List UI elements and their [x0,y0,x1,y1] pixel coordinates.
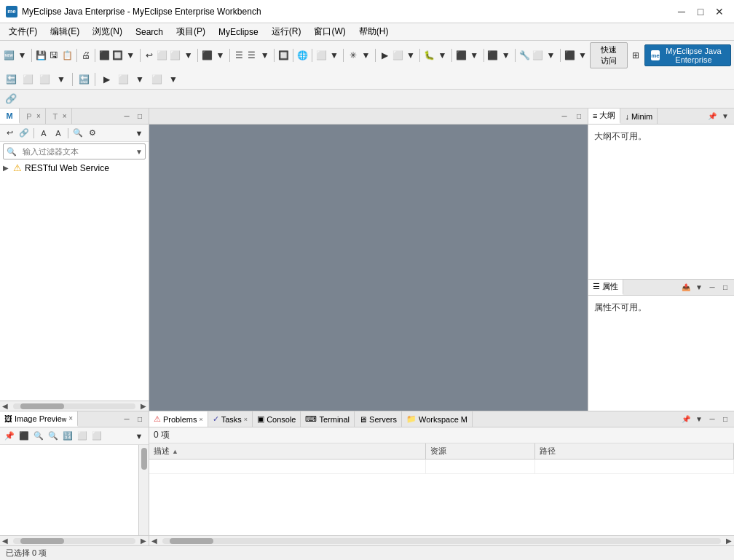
tab-p[interactable]: P × [20,109,46,124]
tb-btn11[interactable]: ⬛ [201,47,213,63]
tb-print-button[interactable]: 🖨 [79,47,92,63]
problems-minimize[interactable]: ─ [706,414,718,425]
outline-pin[interactable]: 📌 [706,111,718,122]
tab-outline[interactable]: ≡ 大纲 [588,109,620,124]
ip-tb-btn5[interactable]: 🔢 [61,430,74,443]
outline-dropdown[interactable]: ▼ [719,111,731,122]
menu-edit[interactable]: 编辑(E) [44,24,85,40]
perspectives-button[interactable]: ⊞ [631,47,642,63]
tb-btn5[interactable]: 🔲 [111,47,124,63]
menu-run[interactable]: 运行(R) [266,24,307,40]
ptb-btn2[interactable]: 🔗 [17,127,31,140]
tb-btn26[interactable]: 🔧 [518,47,531,63]
filter-dropdown[interactable]: ▼ [133,144,145,159]
tb2-btn8[interactable]: ▼ [132,71,148,87]
tb-run2-button[interactable]: ⬜ [392,47,404,63]
tb-btn30[interactable]: ▼ [577,47,589,63]
tb-dropdown-button[interactable]: ▼ [16,47,28,63]
tab-m[interactable]: M [0,109,20,124]
tb2-btn9[interactable]: ⬜ [149,71,165,87]
tb-btn12[interactable]: ▼ [214,47,226,63]
left-panel-minimize[interactable]: ─ [121,111,133,122]
tb-debug-button[interactable]: 🐛 [423,47,435,63]
tb-btn7[interactable]: ↩ [143,47,156,63]
ip-hscroll-right[interactable]: ▶ [138,536,149,546]
tab-workspace[interactable]: 📁 Workspace M [402,411,473,427]
tb-btn22[interactable]: ⬛ [455,47,467,63]
problems-hscroll-left[interactable]: ◀ [149,536,159,546]
tb-btn16[interactable]: 🔲 [277,47,290,63]
tab-properties[interactable]: ☰ 属性 [588,280,623,295]
filter-input[interactable] [20,147,133,156]
menu-project[interactable]: 项目(P) [170,24,211,40]
tab-tasks[interactable]: ✓ Tasks × [208,411,253,427]
problems-maximize[interactable]: □ [719,414,731,425]
editor-maximize[interactable]: □ [573,111,585,122]
col-description-sort[interactable]: ▲ [172,448,178,455]
ptb-dropdown[interactable]: ▼ [133,127,146,140]
tb-btn23[interactable]: ▼ [468,47,481,63]
tb-btn8[interactable]: ⬜ [156,47,168,63]
tb-new-button[interactable]: 🆕 [3,47,15,63]
tab-terminal[interactable]: ⌨ Terminal [301,411,355,427]
hscroll-right[interactable]: ▶ [138,401,149,411]
ip-hscroll-left[interactable]: ◀ [0,536,10,546]
tb-debug2-button[interactable]: ▼ [436,47,449,63]
shortcut-icon-1[interactable]: 🔗 [4,92,17,106]
ptb-btn6[interactable]: ⚙ [86,127,99,140]
quick-access-button[interactable]: 快速访问 [590,42,628,68]
tb-btn27[interactable]: ⬜ [532,47,544,63]
properties-export[interactable]: 📤 [680,282,692,293]
tb-btn10[interactable]: ▼ [182,47,194,63]
menu-window[interactable]: 窗口(W) [308,24,351,40]
ip-minimize[interactable]: ─ [121,414,133,425]
close-button[interactable]: ✕ [711,3,728,20]
tb2-btn1[interactable]: 🔙 [3,71,19,87]
tb-saveas-button[interactable]: 📋 [61,47,74,63]
tab-t-close[interactable]: × [63,112,67,120]
tb2-btn2[interactable]: ⬜ [20,71,36,87]
tb2-btn6[interactable]: ▶ [98,71,114,87]
tasks-close[interactable]: × [244,416,248,423]
tb-btn28[interactable]: ▼ [545,47,557,63]
tb-btn15[interactable]: ▼ [259,47,271,63]
current-perspective-button[interactable]: me MyEclipse Java Enterprise [644,44,731,66]
hscroll-left[interactable]: ◀ [0,401,10,411]
problems-close[interactable]: × [199,416,202,423]
ip-tb-btn6[interactable]: ⬜ [76,430,89,443]
ip-tb-btn1[interactable]: 📌 [3,430,16,443]
tb-save2-button[interactable]: 🖫 [48,47,60,63]
ptb-btn4[interactable]: A [52,127,65,140]
ptb-btn1[interactable]: ↩ [3,127,16,140]
menu-myeclipse[interactable]: MyEclipse [213,24,264,40]
tab-t[interactable]: T × [46,109,72,124]
tab-servers[interactable]: 🖥 Servers [355,411,402,427]
tb-btn19[interactable]: ▼ [328,47,341,63]
menu-browse[interactable]: 浏览(N) [87,24,128,40]
properties-minimize[interactable]: ─ [706,282,718,293]
tree-item-restful[interactable]: ▶ ⚠ RESTful Web Service [0,161,149,175]
menu-file[interactable]: 文件(F) [3,24,43,40]
ip-tb-btn4[interactable]: 🔍 [47,430,60,443]
ip-tb-btn2[interactable]: ⬛ [17,430,31,443]
problems-dropdown[interactable]: ▼ [693,414,705,425]
tb2-btn3[interactable]: ⬜ [36,71,52,87]
tb-btn18[interactable]: ⬜ [315,47,328,63]
tab-minim[interactable]: ↓ Minim [620,109,658,124]
tb-btn24[interactable]: ⬛ [486,47,499,63]
tb-btn17[interactable]: 🌐 [296,47,309,63]
tb-btn29[interactable]: ⬛ [564,47,576,63]
tb-run3-button[interactable]: ▼ [405,47,417,63]
ip-tb-btn3[interactable]: 🔍 [32,430,45,443]
tb2-btn7[interactable]: ⬜ [115,71,131,87]
left-panel-maximize[interactable]: □ [134,111,146,122]
editor-minimize[interactable]: ─ [559,111,570,122]
tb-save-button[interactable]: 💾 [35,47,47,63]
properties-maximize[interactable]: □ [719,282,731,293]
tb-btn6[interactable]: ▼ [125,47,137,63]
tab-problems[interactable]: ⚠ Problems × [149,411,208,427]
tab-p-close[interactable]: × [36,112,41,120]
tb2-btn4[interactable]: ▼ [53,71,69,87]
tb-btn13[interactable]: ☰ [233,47,245,63]
ip-maximize[interactable]: □ [134,414,146,425]
